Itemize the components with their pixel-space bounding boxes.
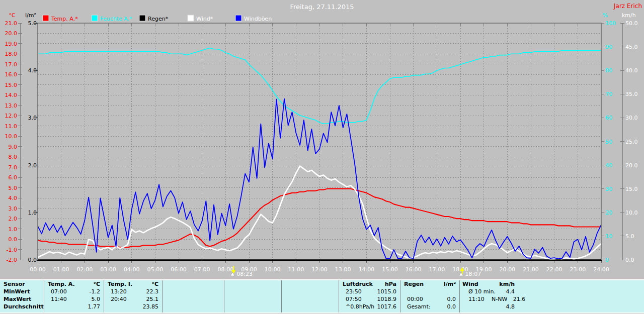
- table-group-temp-i-: Temp. I.°C13:2022.320:4025.123.85: [104, 280, 162, 312]
- table-cell: [169, 303, 220, 310]
- svg-text:l/m²: l/m²: [25, 12, 36, 19]
- svg-text:08:00: 08:00: [217, 266, 233, 273]
- svg-text:4.0: 4.0: [28, 67, 37, 74]
- svg-text:16.0: 16.0: [5, 71, 18, 78]
- table-row: 23:501015.0: [339, 288, 400, 295]
- table-row: 1.77: [44, 303, 104, 310]
- svg-text:1.0: 1.0: [28, 210, 37, 216]
- table-cell: [51, 303, 88, 310]
- table-cell: 11:10: [462, 295, 492, 303]
- header-cell: km/h: [499, 280, 515, 288]
- table-cell: 4.4: [499, 288, 515, 295]
- svg-text:35.0: 35.0: [625, 91, 638, 97]
- row-label-text: MinWert: [4, 288, 30, 295]
- table-row: [163, 288, 224, 295]
- header-cell: [166, 280, 220, 288]
- svg-text:04:00: 04:00: [124, 266, 140, 273]
- table-cell: [231, 288, 278, 295]
- table-cell: 1018.9: [377, 295, 397, 303]
- axis-wind-right: km/h50.045.040.035.030.025.020.015.010.0…: [620, 12, 638, 263]
- svg-text:20: 20: [605, 210, 612, 216]
- table-cell: [407, 288, 456, 295]
- table-cell: 21.6: [509, 295, 525, 303]
- table-cell: 11:40: [48, 295, 67, 303]
- header-cell: Luftdruck: [343, 280, 373, 288]
- table-cell: [423, 295, 447, 303]
- table-cell: [288, 295, 335, 303]
- header-cell: [132, 280, 151, 288]
- table-cell: 20:40: [108, 295, 127, 303]
- table-row: [224, 288, 281, 295]
- table-cell: ^0.8hPa/h: [343, 303, 374, 310]
- svg-text:%: %: [603, 12, 608, 19]
- table-cell: [288, 288, 335, 295]
- header-cell: hPa: [385, 280, 396, 288]
- svg-text:45.0: 45.0: [625, 44, 638, 50]
- table-cell: [67, 295, 92, 303]
- svg-text:10.0: 10.0: [5, 133, 18, 140]
- svg-text:10.0: 10.0: [625, 210, 638, 216]
- svg-text:14.0: 14.0: [5, 92, 18, 98]
- svg-text:23:00: 23:00: [570, 266, 586, 273]
- svg-text:2.0: 2.0: [9, 216, 18, 222]
- svg-text:6.0: 6.0: [9, 174, 18, 181]
- svg-text:3.0: 3.0: [9, 205, 18, 212]
- table-group-regen: Regenl/m²00:000.0Gesamt:0.0: [400, 280, 459, 312]
- table-row: 07:501018.9: [339, 295, 400, 303]
- table-row: 00:000.0: [400, 295, 459, 303]
- table-cell: 23:50: [343, 288, 362, 295]
- table-row: 07:00-1.2: [44, 288, 104, 295]
- group-header: Temp. I.°C: [104, 280, 162, 288]
- row-label-text: Durchschnitt: [4, 303, 44, 310]
- svg-text:60: 60: [605, 115, 612, 121]
- svg-text:0: 0: [605, 257, 609, 263]
- axis-time-bottom: 00:0001:0002:0003:0004:0005:0006:0007:00…: [30, 266, 609, 273]
- table-row-label: MinWert: [0, 288, 44, 295]
- table-row: Gesamt:0.0: [400, 303, 459, 310]
- svg-text:05:00: 05:00: [147, 266, 163, 273]
- table-row: [282, 303, 339, 310]
- table-cell: 07:50: [343, 295, 362, 303]
- table-cell: [462, 303, 492, 310]
- svg-text:15:00: 15:00: [382, 266, 398, 273]
- table-cell: [127, 295, 146, 303]
- table-cell: [127, 288, 146, 295]
- row-label-text: MaxWert: [4, 295, 31, 303]
- svg-text:70: 70: [605, 91, 612, 97]
- table-group-empty-4: [281, 280, 339, 312]
- header-cell: Temp. I.: [108, 280, 132, 288]
- table-row: 11:10N-NW21.6: [460, 295, 515, 303]
- svg-text:5.0: 5.0: [9, 185, 18, 191]
- table-cell: [362, 295, 377, 303]
- header-cell: [424, 280, 444, 288]
- svg-text:2.0: 2.0: [28, 162, 37, 169]
- table-cell: [288, 303, 335, 310]
- svg-text:km/h: km/h: [622, 12, 636, 19]
- table-row: [224, 303, 281, 310]
- svg-text:17.0: 17.0: [5, 61, 18, 68]
- legend: Temp. A.*Feuchte A.*Regen*Wind*Windböen: [43, 15, 272, 22]
- svg-text:10: 10: [605, 233, 612, 240]
- group-header: Windkm/h: [460, 280, 515, 288]
- svg-text:4.0: 4.0: [9, 195, 18, 201]
- table-row: Ø 10 min.4.4: [460, 288, 515, 295]
- svg-text:Wind*: Wind*: [196, 16, 213, 22]
- series-temp-a-: [38, 189, 601, 248]
- table-cell: 00:00: [404, 295, 423, 303]
- table-cell: N-NW: [492, 295, 509, 303]
- legend-swatch: [43, 15, 49, 21]
- table-group-wind: Windkm/hØ 10 min.4.411:10N-NW21.64.8: [459, 280, 644, 312]
- svg-text:9.0: 9.0: [9, 144, 18, 150]
- svg-text:10:00: 10:00: [265, 266, 281, 273]
- table-group-empty-3: [224, 280, 281, 312]
- svg-text:40: 40: [605, 162, 612, 169]
- svg-text:20.0: 20.0: [625, 162, 638, 169]
- table-cell: 0.0: [447, 303, 456, 310]
- table-cell: 22.3: [146, 288, 159, 295]
- table-row: [224, 295, 281, 303]
- row-label-text: Sensor: [4, 280, 25, 288]
- svg-text:21.0: 21.0: [5, 20, 18, 27]
- svg-text:5.0: 5.0: [28, 20, 37, 27]
- svg-text:01:00: 01:00: [53, 266, 69, 273]
- grid-lines: [38, 23, 601, 260]
